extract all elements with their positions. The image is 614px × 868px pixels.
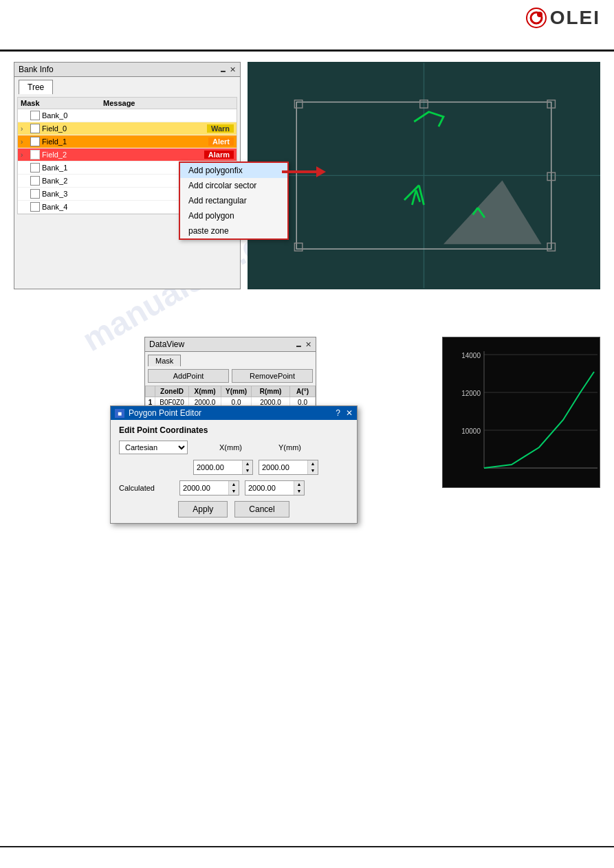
poly-btn-row: Apply Cancel — [119, 501, 349, 518]
checkbox-field1[interactable] — [30, 137, 40, 146]
remove-point-btn[interactable]: RemovePoint — [232, 369, 313, 383]
poly-title: Poygon Point Editor — [129, 408, 201, 418]
dataview-pin-btn[interactable]: 🗕 — [295, 340, 303, 349]
dataview-titlebar: DataView 🗕 ✕ — [145, 337, 316, 352]
x-spin-up[interactable]: ▲ — [243, 460, 252, 467]
col-num-header — [146, 386, 155, 397]
bank-info-tab-bar: Tree — [14, 77, 240, 94]
context-menu: Add polygonfix Add circolar sector Add r… — [179, 162, 289, 240]
calc-x-wrap: ▲ ▼ — [179, 480, 239, 496]
context-menu-item-circular[interactable]: Add circolar sector — [180, 178, 287, 193]
arrow-indicator — [282, 166, 326, 177]
top-section: Bank Info 🗕 ✕ Tree Mask Message Bank_0 › — [14, 62, 600, 289]
row-label-field0: Field_0 — [42, 124, 207, 133]
chart-svg: 14000 12000 10000 — [443, 337, 600, 488]
y-spin-up[interactable]: ▲ — [308, 460, 318, 467]
x-input-wrap: ▲ ▼ — [193, 460, 253, 475]
y-input[interactable] — [259, 462, 307, 473]
tree-tab[interactable]: Tree — [19, 80, 53, 94]
poly-icon: ■ — [115, 409, 124, 418]
y-label: Y(mm) — [278, 443, 313, 452]
x-input[interactable] — [194, 462, 242, 473]
x-spin: ▲ ▼ — [242, 460, 252, 474]
checkbox-field0[interactable] — [30, 124, 40, 133]
tree-row[interactable]: › Field_2 Alarm — [18, 148, 237, 162]
tree-row[interactable]: Bank_0 — [18, 109, 237, 122]
tree-row[interactable]: › Field_1 Alert — [18, 135, 237, 148]
chart-area: 14000 12000 10000 — [442, 337, 600, 488]
calc-x-spin-up[interactable]: ▲ — [229, 481, 239, 488]
col-r-header: R(mm) — [252, 386, 290, 397]
calc-y-spin-up[interactable]: ▲ — [294, 481, 304, 488]
context-menu-item-rectangular[interactable]: Add rectangular — [180, 193, 287, 208]
olei-logo-icon — [525, 7, 547, 29]
bank-info-pin-btn[interactable]: 🗕 — [219, 65, 227, 74]
logo-text: OLEI — [550, 7, 600, 29]
checkbox-bank0[interactable] — [30, 111, 40, 120]
bottom-rule — [0, 846, 614, 847]
poly-section-title: Edit Point Coordinates — [119, 425, 349, 435]
badge-warn: Warn — [207, 124, 234, 133]
apply-btn[interactable]: Apply — [178, 501, 228, 518]
arrow-head — [316, 166, 326, 177]
context-menu-item-polygon[interactable]: Add polygon — [180, 208, 287, 223]
mask-tab[interactable]: Mask — [148, 355, 181, 366]
dataview-title: DataView — [149, 340, 184, 349]
calc-x-spin-down[interactable]: ▼ — [229, 488, 239, 495]
col-a-header: A(°) — [290, 386, 316, 397]
x-spin-down[interactable]: ▼ — [243, 467, 252, 474]
x-label: X(mm) — [219, 443, 254, 452]
poly-content: Edit Point Coordinates Cartesian Polar X… — [111, 420, 357, 523]
poly-close-btn[interactable]: ✕ — [346, 408, 353, 418]
checkbox-bank4[interactable] — [30, 202, 40, 212]
bank-info-close-btn[interactable]: ✕ — [230, 65, 236, 74]
svg-point-2 — [537, 12, 542, 17]
calc-x-input[interactable] — [180, 482, 228, 493]
col-x-header: X(mm) — [189, 386, 221, 397]
svg-point-0 — [527, 8, 546, 27]
indent-arrow: › — [21, 151, 30, 159]
y-input-wrap: ▲ ▼ — [259, 460, 318, 475]
logo-area: OLEI — [525, 7, 600, 29]
cancel-btn[interactable]: Cancel — [234, 501, 289, 518]
checkbox-bank2[interactable] — [30, 176, 40, 186]
svg-text:10000: 10000 — [461, 427, 481, 435]
dataview-close-btn[interactable]: ✕ — [305, 340, 311, 349]
poly-help-btn[interactable]: ? — [336, 408, 340, 418]
polygon-editor: ■ Poygon Point Editor ? ✕ Edit Point Coo… — [110, 405, 358, 524]
indent-arrow: › — [21, 125, 30, 133]
dataview-tab-bar: Mask — [145, 352, 316, 366]
badge-alert: Alert — [208, 137, 234, 146]
calc-y-input[interactable] — [245, 482, 294, 493]
poly-calc-row: Calculated ▲ ▼ ▲ ▼ — [119, 480, 349, 496]
poly-titlebar-btns: ? ✕ — [336, 408, 353, 418]
svg-text:12000: 12000 — [461, 390, 481, 397]
add-point-btn[interactable]: AddPoint — [148, 369, 229, 383]
svg-rect-20 — [443, 337, 600, 488]
tree-header: Mask Message — [18, 98, 237, 109]
context-menu-item-polygonfix[interactable]: Add polygonfix — [180, 163, 287, 178]
bank-info-titlebar-btns: 🗕 ✕ — [219, 65, 236, 74]
context-menu-item-paste[interactable]: paste zone — [180, 223, 287, 238]
badge-alarm: Alarm — [204, 151, 234, 159]
poly-titlebar: ■ Poygon Point Editor ? ✕ — [111, 406, 357, 420]
top-rule — [0, 49, 614, 52]
tree-row[interactable]: › Field_0 Warn — [18, 122, 237, 135]
checkbox-bank1[interactable] — [30, 163, 40, 173]
dv-btn-row: AddPoint RemovePoint — [145, 366, 316, 386]
y-spin: ▲ ▼ — [307, 460, 318, 474]
col-zoneid-header: ZoneID — [155, 386, 189, 397]
calc-y-spin: ▲ ▼ — [294, 481, 304, 495]
bank-info-title: Bank Info — [19, 65, 54, 74]
row-label-bank0: Bank_0 — [42, 111, 234, 120]
y-spin-down[interactable]: ▼ — [308, 467, 318, 474]
checkbox-bank3[interactable] — [30, 189, 40, 199]
poly-input-row: ▲ ▼ ▲ ▼ — [119, 460, 349, 475]
col-y-header: Y(mm) — [221, 386, 252, 397]
coord-type-select[interactable]: Cartesian Polar — [119, 441, 188, 454]
arrow-shaft — [282, 170, 316, 173]
dataview-titlebar-btns: 🗕 ✕ — [295, 340, 311, 349]
calc-y-spin-down[interactable]: ▼ — [294, 488, 304, 495]
checkbox-field2[interactable] — [30, 150, 40, 159]
poly-coord-row: Cartesian Polar X(mm) Y(mm) — [119, 441, 349, 454]
